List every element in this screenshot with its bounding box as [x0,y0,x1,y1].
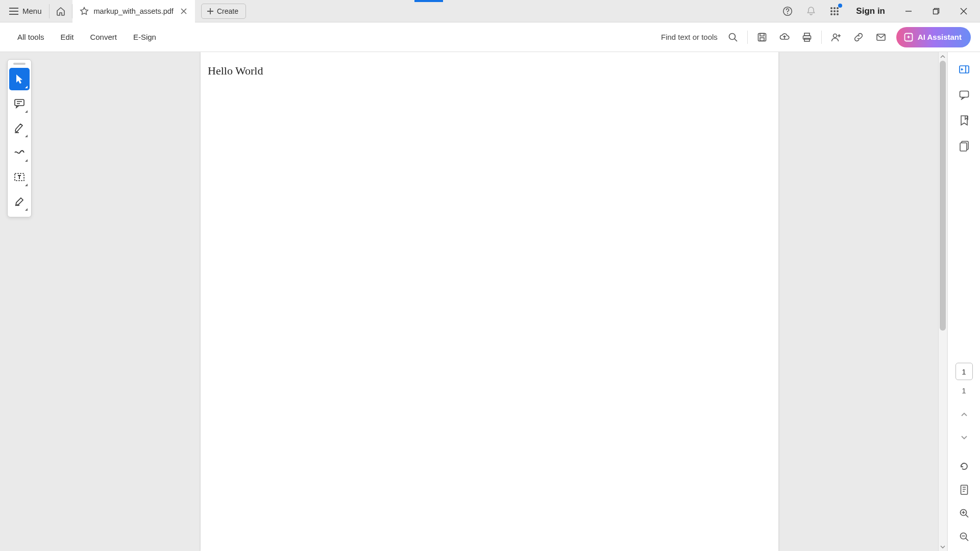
scroll-track[interactable] [939,61,947,542]
previous-page-button[interactable] [954,405,974,423]
tab-label: E-Sign [133,33,156,41]
apps-button[interactable] [823,0,846,22]
window-minimize-button[interactable] [895,0,922,22]
minimize-icon [905,8,912,15]
current-page-input[interactable]: 1 [955,363,973,380]
notification-dot [838,4,842,8]
menu-label: Menu [22,7,42,15]
help-icon [782,6,793,16]
upload-button[interactable] [773,26,796,48]
share-link-button[interactable] [847,26,870,48]
divider [821,31,822,44]
svg-rect-16 [760,38,764,41]
panel-collapse-icon [959,64,970,74]
window-restore-button[interactable] [923,0,949,22]
signin-button[interactable]: Sign in [847,6,894,16]
current-page-value: 1 [962,367,966,376]
panel-toggle-button[interactable] [954,59,974,80]
print-icon [802,32,812,42]
hamburger-icon [9,8,18,15]
svg-rect-19 [804,38,810,41]
share-people-button[interactable] [825,26,847,48]
svg-point-7 [837,10,839,12]
svg-point-10 [837,13,839,15]
save-icon [757,32,767,42]
search-label[interactable]: Find text or tools [661,33,718,41]
tab-label: Edit [61,33,74,41]
ai-label: AI Assistant [918,33,962,41]
chevron-up-icon [961,412,968,417]
ai-assistant-button[interactable]: AI Assistant [896,27,971,47]
signin-label: Sign in [856,6,885,16]
svg-point-20 [833,34,837,37]
svg-rect-28 [960,143,967,151]
svg-point-8 [830,13,832,15]
document-tab[interactable]: markup_with_assets.pdf [72,0,195,22]
menu-button[interactable]: Menu [0,0,49,22]
workspace: Hello World 1 1 [0,52,980,551]
tab-label: Convert [90,33,117,41]
chevron-down-icon [961,435,968,440]
page-display-button[interactable] [954,481,974,499]
tab-all-tools[interactable]: All tools [9,22,53,52]
ai-sparkle-icon [903,32,914,42]
help-button[interactable] [776,0,799,22]
home-button[interactable] [50,0,72,22]
thumbnails-panel-button[interactable] [954,136,974,156]
rotate-icon [959,461,969,471]
create-label: Create [217,7,238,15]
close-icon [960,8,967,15]
star-icon[interactable] [80,7,89,16]
scroll-thumb[interactable] [940,61,946,331]
rotate-button[interactable] [954,457,974,475]
create-button[interactable]: Create [201,4,246,19]
chevron-up-icon [940,55,945,58]
link-icon [853,32,864,42]
zoom-in-button[interactable] [954,504,974,522]
restore-icon [933,8,940,15]
email-icon [876,32,886,42]
loading-indicator [414,0,443,2]
save-button[interactable] [751,26,773,48]
svg-point-5 [830,10,832,12]
share-email-button[interactable] [870,26,892,48]
bookmarks-panel-button[interactable] [954,110,974,131]
svg-point-13 [729,33,735,39]
comment-icon [959,90,970,100]
vertical-scrollbar[interactable] [938,52,947,551]
tab-label: All tools [17,33,44,41]
zoom-out-button[interactable] [954,528,974,546]
scroll-down-button[interactable] [939,542,947,551]
notifications-button[interactable] [800,0,822,22]
svg-rect-15 [760,33,764,36]
svg-point-1 [787,13,788,14]
search-button[interactable] [722,26,744,48]
document-page[interactable]: Hello World [201,52,778,551]
pages-icon [959,140,969,152]
svg-rect-14 [758,33,766,41]
chevron-down-icon [940,545,945,548]
plus-icon [207,8,214,15]
home-icon [56,6,66,16]
right-rail: 1 1 [947,52,980,551]
svg-point-9 [834,13,836,15]
tab-esign[interactable]: E-Sign [125,22,164,52]
tab-edit[interactable]: Edit [53,22,82,52]
apps-grid-icon [830,7,839,16]
tab-close-button[interactable] [179,6,189,16]
next-page-button[interactable] [954,429,974,447]
document-area[interactable]: Hello World [0,52,980,551]
comments-panel-button[interactable] [954,85,974,105]
tab-convert[interactable]: Convert [82,22,125,52]
zoom-in-icon [959,508,969,518]
svg-rect-12 [934,9,938,14]
print-button[interactable] [796,26,818,48]
search-icon [728,32,738,42]
scroll-up-button[interactable] [939,52,947,61]
add-person-icon [830,32,842,42]
bell-icon [806,6,816,16]
svg-point-2 [830,7,832,9]
zoom-out-icon [959,532,969,542]
main-toolbar: All tools Edit Convert E-Sign Find text … [0,22,980,52]
window-close-button[interactable] [950,0,977,22]
